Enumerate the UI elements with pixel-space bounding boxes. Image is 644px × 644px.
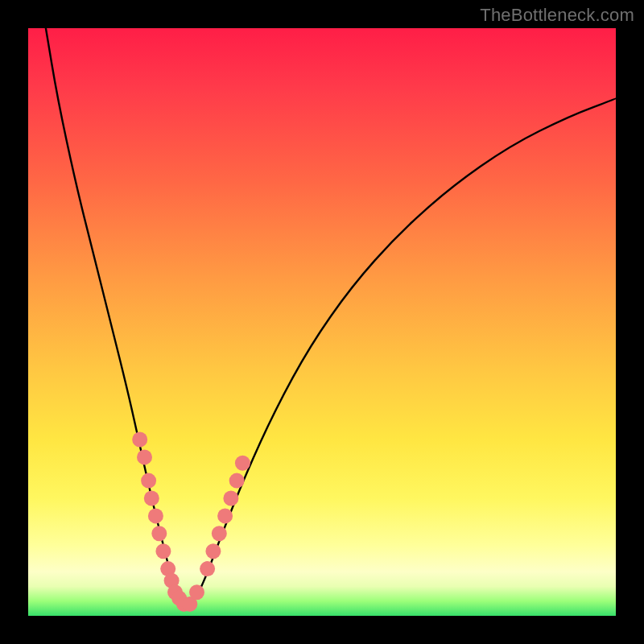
highlight-dot: [144, 491, 159, 506]
highlight-dots: [132, 432, 250, 612]
highlight-dot: [223, 491, 238, 506]
highlight-dot: [148, 508, 163, 523]
highlight-dot: [189, 584, 204, 600]
highlight-dot: [155, 543, 171, 559]
highlight-dot: [205, 543, 221, 559]
chart-frame: TheBottleneck.com: [0, 0, 644, 644]
highlight-dot: [229, 473, 245, 489]
highlight-dot: [200, 561, 215, 576]
chart-svg: [0, 0, 644, 644]
bottleneck-curve: [46, 28, 616, 604]
curve-layer: [46, 28, 616, 604]
highlight-dot: [212, 526, 227, 541]
highlight-dot: [141, 473, 156, 489]
highlight-dot: [137, 449, 152, 464]
highlight-dot: [151, 526, 167, 541]
highlight-dot: [132, 432, 147, 448]
highlight-dot: [217, 508, 233, 523]
highlight-dot: [235, 456, 250, 471]
